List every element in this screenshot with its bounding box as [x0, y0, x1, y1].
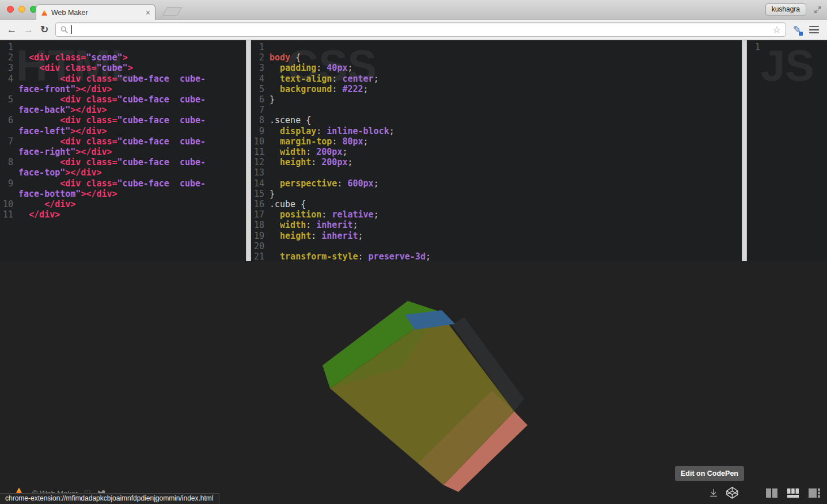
line-number: 5 [251, 84, 264, 94]
code-line: 18 width: inherit; [251, 220, 742, 230]
html-editor-pane[interactable]: HTML 12 <div class="scene">3 <div class=… [0, 40, 246, 261]
code-line: 11 width: 200px; [251, 147, 742, 157]
window-controls [7, 6, 37, 13]
code-line: 19 height: inherit; [251, 231, 742, 241]
css-code[interactable]: 12body {3 padding: 40px;4 text-align: ce… [251, 42, 742, 261]
code-line: 6 <div class="cube-face cube-face-left">… [0, 115, 246, 136]
code-line: 5 background: #222; [251, 84, 742, 94]
line-number: 16 [251, 199, 264, 209]
search-icon [60, 26, 68, 33]
code-line: 5 <div class="cube-face cube-face-back">… [0, 94, 246, 115]
css-editor-pane[interactable]: CSS 12body {3 padding: 40px;4 text-align… [251, 40, 742, 261]
line-number: 17 [251, 209, 264, 220]
css-3d-cube [321, 299, 536, 493]
code-line: 3 <div class="cube"> [0, 63, 246, 73]
line-number: 7 [0, 136, 13, 157]
line-number: 9 [251, 126, 264, 136]
reload-button[interactable]: ↻ [40, 25, 48, 35]
download-icon[interactable] [709, 488, 718, 498]
layout-editors-top-icon[interactable] [786, 488, 800, 498]
code-line: 3 padding: 40px; [251, 63, 742, 73]
close-window-button[interactable] [7, 6, 14, 13]
code-line: 21 transform-style: preserve-3d; [251, 251, 742, 261]
bookmark-star-icon[interactable]: ☆ [772, 25, 780, 35]
code-line: 12 height: 200px; [251, 157, 742, 167]
codepen-tooltip: Edit on CodePen [675, 466, 744, 481]
code-line: 16.cube { [251, 199, 742, 209]
line-number: 1 [251, 42, 264, 52]
line-number: 5 [0, 94, 13, 115]
new-tab-button[interactable] [162, 7, 183, 16]
extension-badge [799, 32, 803, 36]
line-number: 19 [251, 231, 264, 241]
line-number: 10 [0, 199, 13, 209]
tab-favicon [41, 9, 48, 16]
code-line: 2body { [251, 52, 742, 63]
line-number: 18 [251, 220, 264, 230]
code-line: 9 <div class="cube-face cube-face-bottom… [0, 178, 246, 199]
tab-close-icon[interactable]: × [146, 9, 150, 17]
footer-actions [709, 486, 821, 499]
line-number: 14 [251, 178, 264, 189]
js-editor-pane[interactable]: JS 1 [747, 40, 827, 261]
line-number: 7 [251, 105, 264, 115]
code-line: 8 <div class="cube-face cube-face-top"><… [0, 157, 246, 178]
text-caret [71, 25, 72, 34]
code-line: 15} [251, 189, 742, 199]
minimize-window-button[interactable] [18, 6, 25, 13]
code-line: 7 [251, 105, 742, 115]
code-line: 13 [251, 167, 742, 178]
pane-resizer[interactable] [742, 40, 747, 261]
profile-button[interactable]: kushagra [765, 3, 806, 16]
web-maker-extension-icon[interactable]: ✎ [793, 25, 801, 35]
line-number: 1 [0, 42, 13, 52]
js-code[interactable]: 1 [747, 42, 827, 52]
preview-pane: © Web Maker ♡ [0, 261, 827, 504]
pane-resizer[interactable] [246, 40, 251, 261]
line-number: 8 [251, 115, 264, 125]
line-number: 13 [251, 167, 264, 178]
back-button[interactable]: ← [7, 25, 17, 35]
layout-editors-right-icon[interactable] [807, 488, 821, 498]
line-number: 15 [251, 189, 264, 199]
browser-tab[interactable]: Web Maker × [36, 4, 155, 20]
code-line: 1 [747, 42, 827, 52]
editor-row: HTML 12 <div class="scene">3 <div class=… [0, 40, 827, 261]
line-number: 11 [251, 147, 264, 157]
codepen-icon[interactable] [726, 486, 739, 499]
line-number: 4 [0, 74, 13, 94]
code-line: 1 [251, 42, 742, 52]
layout-columns-icon[interactable] [765, 488, 779, 498]
line-number: 2 [0, 52, 13, 63]
code-line: 11 </div> [0, 209, 246, 220]
line-number: 11 [0, 209, 13, 220]
code-line: 14 perspective: 600px; [251, 178, 742, 189]
line-number: 3 [251, 63, 264, 73]
line-number: 9 [0, 178, 13, 199]
line-number: 6 [0, 115, 13, 136]
status-bar: chrome-extension://mfimdadapkcbjoaimnfdp… [0, 493, 219, 504]
line-number: 10 [251, 136, 264, 147]
address-bar[interactable]: ☆ [55, 22, 786, 37]
code-line: 20 [251, 241, 742, 251]
code-line: 17 position: relative; [251, 209, 742, 220]
code-line: 10 </div> [0, 199, 246, 209]
code-line: 1 [0, 42, 246, 52]
code-line: 8.scene { [251, 115, 742, 125]
html-code[interactable]: 12 <div class="scene">3 <div class="cube… [0, 42, 246, 220]
code-line: 10 margin-top: 80px; [251, 136, 742, 147]
chrome-menu-button[interactable] [808, 25, 820, 35]
titlebar: Web Maker × kushagra [0, 0, 827, 20]
line-number: 8 [0, 157, 13, 178]
line-number: 6 [251, 94, 264, 105]
line-number: 20 [251, 241, 264, 251]
code-line: 4 <div class="cube-face cube-face-front"… [0, 74, 246, 94]
line-number: 2 [251, 52, 264, 63]
line-number: 1 [747, 42, 760, 52]
window-resize-icon[interactable] [813, 5, 822, 14]
code-line: 9 display: inline-block; [251, 126, 742, 136]
code-line: 2 <div class="scene"> [0, 52, 246, 63]
forward-button: → [24, 25, 33, 35]
line-number: 3 [0, 63, 13, 73]
code-line: 7 <div class="cube-face cube-face-right"… [0, 136, 246, 157]
